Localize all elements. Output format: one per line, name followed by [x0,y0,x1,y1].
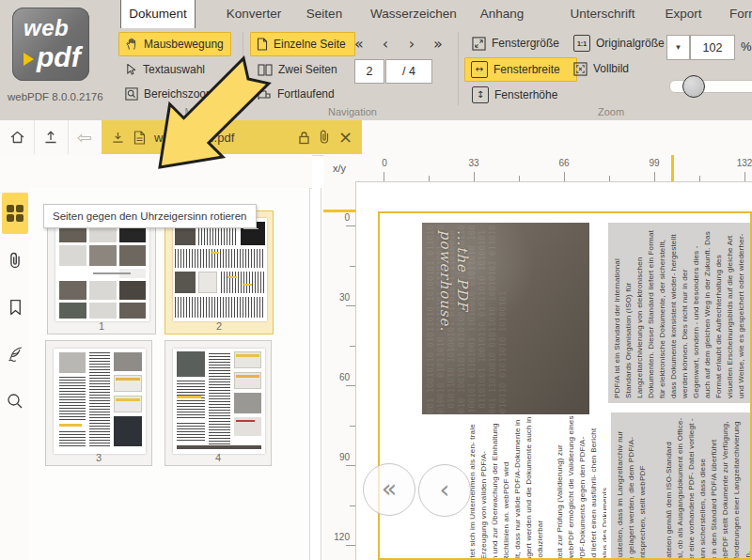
rotated-paragraph: von PDF-Dateien gemäß dem ISO-Standard P… [664,416,750,560]
page-thumbnail-3[interactable]: 3 [45,340,152,466]
home-button[interactable] [0,120,35,154]
ruler-tick-label: 66 [556,158,572,168]
zwei-seiten-button[interactable]: Zwei Seiten [252,58,343,81]
originalgroesse-button[interactable]: 1:1 Originalgröße [568,32,670,54]
tab-export[interactable]: Export [658,0,709,28]
text-column: die Möglichkeit zur Prüfung (Validierung… [555,412,606,560]
fensterhoehe-label: Fensterhöhe [494,88,557,101]
close-document-icon[interactable]: × [338,129,352,146]
download-icon[interactable] [111,131,125,145]
page-thumbnail-1[interactable]: 1 [47,210,156,334]
logo-web-text: web [24,15,69,41]
rotated-paragraph: die Möglichkeit zur Prüfung (Validierung… [555,412,606,560]
tab-unterschrift[interactable]: Unterschrift [560,0,645,28]
fortlaufend-button[interactable]: Fortlaufend [252,83,340,105]
continuous-icon [258,88,272,101]
sidebar-item-signature[interactable] [2,335,28,373]
fenstergroesse-button[interactable]: Fenstergröße [466,32,565,54]
last-page-button[interactable]: » [427,34,449,54]
rotated-paragraph: PDF/A ist ein Standard der International… [612,227,747,398]
fit-window-icon [472,37,486,51]
sidebar-item-search[interactable] [2,382,28,420]
einzelne-seite-button[interactable]: Einzelne Seite [250,32,355,56]
cursor-icon [125,63,137,76]
first-page-button[interactable]: « [348,34,370,54]
fit-width-icon: ↔ [471,61,488,78]
rotated-paragraph: Um sicherzustellen, dass im Langzeitarch… [615,416,656,560]
ruler-tick-label: 120 [334,532,350,542]
vollbild-button[interactable]: Vollbild [568,57,634,80]
document-title: webpdf_de.pdf [154,131,290,145]
thumbnail-page-image [54,349,146,454]
back-button[interactable]: ⇦ [68,120,102,154]
thumbnail-page-number: 3 [46,452,151,463]
go-previous-page-button[interactable]: ‹ [418,464,471,517]
einzelne-seite-label: Einzelne Seite [274,38,346,51]
active-document-tab[interactable]: webpdf_de.pdf × [102,120,362,154]
go-first-page-button[interactable]: « [363,463,415,516]
thumbnail-page-number: 4 [165,452,271,463]
mausbewegung-label: Mausbewegung [144,38,224,51]
first-page-icon: « [382,475,398,501]
group-label-zoom: Zoom [555,106,667,117]
sidebar-item-attachments[interactable] [2,241,28,279]
tab-anhang[interactable]: Anhang [474,0,530,28]
one-to-one-icon: 1:1 [573,35,590,52]
previous-page-icon: ‹ [440,476,450,502]
rotated-paragraph: webPDF bietet sich im Unternehmen als ze… [467,412,546,560]
text-column: webPDF bietet sich im Unternehmen als ze… [467,412,550,560]
thumbnail-page-number: 1 [48,320,155,332]
next-page-button[interactable]: › [400,34,423,54]
percent-label: % [741,39,752,54]
sidebar-item-bookmarks[interactable] [2,288,28,326]
ruler-position-marker [671,155,674,181]
page-thumbnail-2-selected[interactable]: 2 [164,210,274,334]
tab-formulare[interactable]: Formulare [729,0,752,28]
ruler-tick-label: 90 [339,452,350,462]
page-thumbnail-4[interactable]: 4 [164,340,272,466]
zoom-dropdown-button[interactable]: ▼ [666,35,690,60]
fit-height-icon: ↕ [472,86,489,103]
group-separator [458,32,459,105]
zoom-slider-knob[interactable] [682,75,705,98]
webpdf-app: { "app": { "logo_web": "web", "logo_pdf"… [0,0,752,560]
cover-caption: ...the PDF powerhouse. [437,230,471,414]
thumbnail-toolbar: ↺ ↻ → [30,155,312,189]
tab-konverter[interactable]: Konverter [214,0,293,28]
thumbnail-page-number: 2 [165,320,273,332]
tab-dokument[interactable]: Dokument [120,0,196,28]
two-pages-icon [258,64,273,76]
document-icon [133,131,146,145]
scrollbar-track[interactable] [309,188,310,560]
textauswahl-button[interactable]: Textauswahl [119,58,211,81]
document-tabbar: ⇦ webpdf_de.pdf × [0,120,752,156]
fensterbreite-button[interactable]: ↔ Fensterbreite [464,57,577,82]
previous-page-button[interactable]: ‹ [374,34,397,54]
ruler-tick-label: 0 [344,212,350,223]
originalgroesse-label: Originalgröße [596,37,665,50]
horizontal-ruler: 0 33 66 99 132 [355,155,752,182]
info-box-pdfa: PDF/A ist ein Standard der International… [608,223,752,403]
hand-icon [125,38,138,51]
mausbewegung-button[interactable]: Mausbewegung [118,32,231,56]
panel-edge [321,188,321,560]
thumbnail-panel: 1 2 [30,188,310,560]
sidebar-item-thumbnails[interactable] [2,193,28,234]
ruler-tick-label: 132 [736,158,752,168]
open-upload-button[interactable] [34,120,69,154]
bookmark-icon [8,299,23,316]
search-icon [7,393,24,410]
thumbnail-page-image [55,218,149,321]
fensterhoehe-button[interactable]: ↕ Fensterhöhe [466,84,563,106]
zoom-value-input[interactable]: 102 [690,35,735,60]
bereichszoom-label: Bereichszoom [144,87,215,101]
group-separator [243,32,243,105]
cover-image: 01101001 10010110 01011010 10100101 0110… [422,223,589,414]
page-number-input[interactable]: 2 [354,59,384,84]
tab-wasserzeichen[interactable]: Wasserzeichen [367,0,461,28]
zwei-seiten-label: Zwei Seiten [278,63,337,76]
bereichszoom-button[interactable]: Bereichszoom [119,83,221,105]
tab-seiten[interactable]: Seiten [299,0,350,28]
paperclip-icon [8,252,22,270]
paperclip-icon [319,130,330,145]
